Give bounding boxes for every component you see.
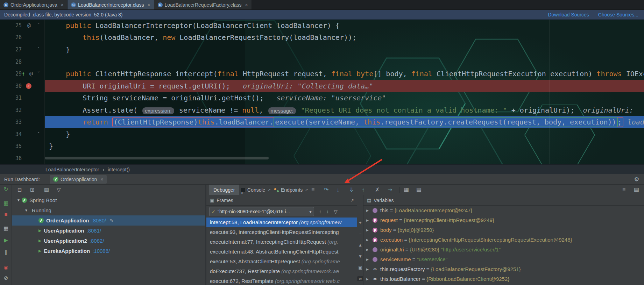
stack-frame[interactable]: doExecute:737, RestTemplate (org.springf… xyxy=(206,266,357,276)
variable-value: {RibbonLoadBalancerClient@9252} xyxy=(426,276,509,282)
stack-frame[interactable]: executeInternal:77, InterceptingClientHt… xyxy=(206,237,357,247)
variable-row-this[interactable]: ▶ this = {LoadBalancerInterceptor@9247} xyxy=(363,206,644,215)
implementing-method-icon[interactable]: ⇡ xyxy=(22,68,25,80)
stack-frame[interactable]: execute:53, AbstractClientHttpRequest (o… xyxy=(206,257,357,266)
breakpoint-icon[interactable]: ✓ xyxy=(26,83,31,89)
scroll-up-button[interactable]: ▲ xyxy=(357,243,363,248)
rerun-button[interactable]: ↻ xyxy=(0,186,12,192)
port-link[interactable]: :8082/ xyxy=(90,238,104,244)
variable-row-request[interactable]: ▶ p request = {InterceptingClientHttpReq… xyxy=(363,215,644,225)
close-icon[interactable]: × xyxy=(100,177,103,182)
expander-icon[interactable]: ▶ xyxy=(366,264,369,274)
next-frame-button[interactable]: ↓ xyxy=(326,209,329,214)
expander-icon[interactable]: ▶ xyxy=(366,245,369,255)
fold-close-icon[interactable]: ˆ xyxy=(37,128,40,140)
expander-icon[interactable]: ▶ xyxy=(366,215,369,225)
step-over-button[interactable]: ↷ xyxy=(324,185,328,195)
choose-sources-link[interactable]: Choose Sources... xyxy=(598,12,638,17)
collapse-all-button[interactable]: ⊟ xyxy=(17,185,22,195)
breadcrumb-class[interactable]: LoadBalancerInterceptor xyxy=(45,167,99,172)
tab-orderapplication-java[interactable]: C OrderApplication.java × xyxy=(0,0,68,9)
expander-icon[interactable]: ▶ xyxy=(366,206,369,215)
horizontal-scrollbar[interactable] xyxy=(45,157,269,159)
force-step-into-button[interactable]: ⇓ xyxy=(349,185,354,195)
scroll-down-button[interactable]: ▼ xyxy=(357,254,363,259)
restore-layout-button[interactable]: ▦ xyxy=(0,225,12,231)
edit-icon[interactable]: ✎ xyxy=(109,218,113,223)
port-link[interactable]: :8080/ xyxy=(92,218,106,223)
annotation-icon[interactable]: @ xyxy=(27,20,31,31)
dashboard-grid-button[interactable]: ▦ xyxy=(0,200,12,206)
stack-frame[interactable]: execute:672, RestTemplate (org.springfra… xyxy=(206,276,357,285)
trace-settings-button[interactable]: ▤ xyxy=(416,185,422,195)
close-icon[interactable]: × xyxy=(61,2,64,8)
remove-button[interactable]: − xyxy=(357,231,363,236)
external-icon[interactable]: ↗ xyxy=(351,195,354,206)
tree-item-userapplication2[interactable]: ▶ UserApplication2 :8082/ xyxy=(12,236,205,246)
expand-all-button[interactable]: ⊞ xyxy=(30,185,35,195)
filter-button[interactable]: ▽ xyxy=(57,185,61,195)
expander-icon[interactable]: ▶ xyxy=(366,274,369,284)
breadcrumb-method[interactable]: intercept() xyxy=(108,167,130,172)
expander-icon[interactable]: ▼ xyxy=(24,208,29,212)
expander-icon[interactable]: ▼ xyxy=(17,198,22,202)
gear-icon[interactable]: ⚙ xyxy=(634,176,639,183)
tree-item-userapplication[interactable]: ▶ UserApplication :8081/ xyxy=(12,226,205,236)
port-link[interactable]: :10086/ xyxy=(92,248,110,254)
fold-open-icon[interactable]: ˇ xyxy=(37,20,40,31)
fold-close-icon[interactable]: ˆ xyxy=(37,44,40,56)
menu-icon[interactable]: ≡ xyxy=(622,185,625,195)
tab-console[interactable]: Console ↗ xyxy=(236,185,275,195)
indent xyxy=(49,118,83,126)
tab-loadbalancerrequestfactory-class[interactable]: C LoadBalancerRequestFactory.class × xyxy=(154,0,252,9)
stop-button[interactable]: ■ xyxy=(0,211,12,217)
annotation-icon[interactable]: @ xyxy=(29,68,33,80)
code-editor[interactable]: 25 @ ˇ public LoadBalancerInterceptor(Lo… xyxy=(0,20,644,164)
group-by-button[interactable]: ▦ xyxy=(44,185,49,195)
port-link[interactable]: :8081/ xyxy=(87,228,101,234)
fold-open-icon[interactable]: ˇ xyxy=(37,68,40,80)
pause-button[interactable]: ∥ xyxy=(0,249,12,255)
close-icon[interactable]: × xyxy=(245,2,248,8)
show-all-frames-toggle[interactable]: ∞ xyxy=(357,276,363,281)
thread-dropdown[interactable]: ✓ "http-nio-8080-exec-1"@8,616 i... ▾ xyxy=(209,207,314,216)
hamburger-menu-button[interactable]: ≡ xyxy=(311,185,314,195)
tab-endpoints[interactable]: Endpoints ↗ xyxy=(270,185,312,195)
stack-frame[interactable]: intercept:58, LoadBalancerInterceptor (o… xyxy=(206,218,357,227)
tab-loadbalancerinterceptor-class[interactable]: C LoadBalancerInterceptor.class × xyxy=(68,0,154,9)
hide-frames-filter-button[interactable]: ▽ xyxy=(334,209,338,214)
step-into-button[interactable]: ↓ xyxy=(337,185,339,195)
tree-item-running[interactable]: ▼ Running xyxy=(12,205,205,215)
expander-icon[interactable]: ▶ xyxy=(366,235,369,245)
drop-frame-button[interactable]: ✗ xyxy=(375,185,380,195)
variable-row-body[interactable]: ▶ p body = {byte[0]@9250} xyxy=(363,225,644,235)
expander-icon[interactable]: ▶ xyxy=(366,255,369,264)
step-out-button[interactable]: ↑ xyxy=(362,185,365,195)
run-to-cursor-button[interactable]: ⇢ xyxy=(388,185,392,195)
tree-item-orderapplication[interactable]: OrderApplication :8080/ ✎ xyxy=(12,215,205,226)
close-icon[interactable]: × xyxy=(147,2,150,8)
evaluate-expression-button[interactable]: ▦ xyxy=(404,185,409,195)
resume-button[interactable]: ▶ xyxy=(0,237,12,243)
stack-frame[interactable]: execute:93, InterceptingClientHttpReques… xyxy=(206,227,357,237)
mute-breakpoints-button[interactable]: ⊘ xyxy=(0,275,12,281)
download-sources-link[interactable]: Download Sources xyxy=(548,12,589,17)
run-dashboard-tab-orderapplication[interactable]: OrderApplication × xyxy=(50,175,107,184)
view-breakpoints-button[interactable]: ◉ xyxy=(0,264,12,271)
previous-frame-button[interactable]: ↑ xyxy=(319,209,321,214)
variable-row-servicename[interactable]: ▶ serviceName = "userservice" xyxy=(363,255,644,264)
variable-row-loadbalancer[interactable]: ▶ ∞ this.loadBalancer = {RibbonLoadBalan… xyxy=(363,274,644,284)
variable-row-originaluri[interactable]: ▶ originalUri = {URI@9280} "http://users… xyxy=(363,245,644,255)
stack-frame[interactable]: executeInternal:48, AbstractBufferingCli… xyxy=(206,247,357,257)
value-icon xyxy=(373,208,377,213)
variable-row-requestfactory[interactable]: ▶ ∞ this.requestFactory = {LoadBalancerR… xyxy=(363,264,644,274)
tab-debugger[interactable]: Debugger xyxy=(209,185,239,195)
chevron-down-icon[interactable]: ▾ xyxy=(307,207,314,216)
tree-item-spring-boot[interactable]: ▼ Spring Boot xyxy=(12,195,205,205)
variable-row-execution[interactable]: ▶ p execution = {InterceptingClientHttpR… xyxy=(363,235,644,245)
tree-item-eurekaapplication[interactable]: ▶ EurekaApplication :10086/ xyxy=(12,246,205,256)
expander-icon[interactable]: ▶ xyxy=(366,225,369,235)
layout-panel-icon[interactable]: ▤ xyxy=(634,185,639,195)
copy-stack-button[interactable]: ▣ xyxy=(357,265,363,270)
add-button[interactable]: + xyxy=(357,220,363,225)
